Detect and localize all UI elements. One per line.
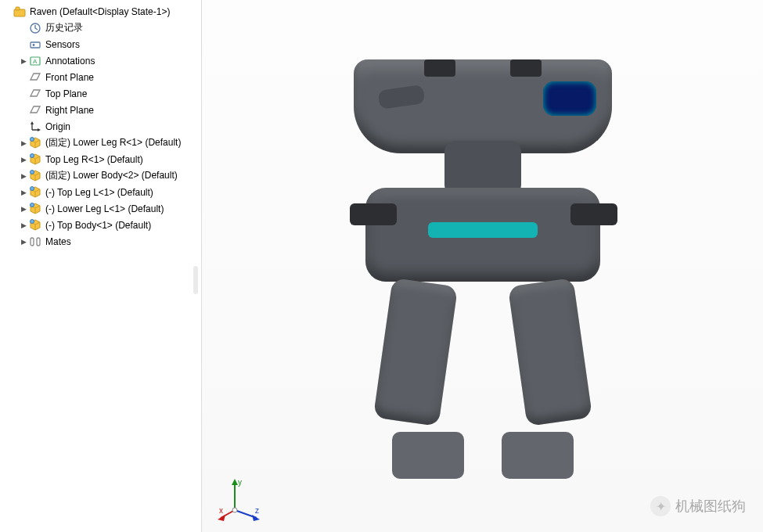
svg-point-23 bbox=[232, 508, 237, 512]
plane-icon bbox=[28, 103, 42, 117]
svg-point-10 bbox=[31, 153, 34, 157]
svg-point-14 bbox=[31, 219, 34, 223]
part-icon bbox=[28, 136, 42, 150]
watermark-text: 机械图纸狗 bbox=[675, 497, 746, 516]
tree-item-label: Mates bbox=[45, 236, 71, 247]
chevron-icon: ▶ bbox=[19, 156, 28, 164]
tree-item[interactable]: ▶Top Leg R<1> (Default) bbox=[0, 151, 201, 167]
svg-rect-1 bbox=[16, 7, 20, 10]
svg-text:A: A bbox=[33, 58, 38, 65]
tree-item-label: (-) Top Leg L<1> (Default) bbox=[45, 187, 153, 198]
axis-z-label: z bbox=[255, 506, 259, 515]
part-icon bbox=[28, 153, 42, 167]
viewport-3d[interactable]: y x z ✦ 机械图纸狗 bbox=[202, 0, 763, 532]
tree-root-label: Raven (Default<Display State-1>) bbox=[30, 6, 170, 17]
chevron-icon: ▶ bbox=[19, 205, 28, 213]
tree-item[interactable]: ▶(-) Top Leg L<1> (Default) bbox=[0, 184, 201, 200]
axis-triad[interactable]: y x z bbox=[218, 476, 265, 523]
svg-rect-15 bbox=[31, 238, 34, 246]
tree-item[interactable]: Sensors bbox=[0, 36, 201, 52]
tree-item[interactable]: ▶(固定) Lower Body<2> (Default) bbox=[0, 167, 201, 184]
tree-item-label: (固定) Lower Body<2> (Default) bbox=[45, 169, 178, 182]
chevron-icon: ▶ bbox=[19, 57, 28, 65]
plane-icon bbox=[28, 70, 42, 84]
watermark: ✦ 机械图纸狗 bbox=[650, 496, 746, 516]
chevron-icon: ▶ bbox=[19, 172, 28, 180]
svg-point-4 bbox=[33, 44, 35, 46]
tree-item-label: Right Plane bbox=[45, 105, 94, 116]
chevron-icon: ▶ bbox=[19, 189, 28, 196]
origin-icon bbox=[28, 120, 42, 134]
chevron-icon: ▶ bbox=[19, 238, 28, 246]
tree-item[interactable]: ▶(-) Lower Leg L<1> (Default) bbox=[0, 200, 201, 217]
chevron-icon: ▶ bbox=[19, 221, 28, 229]
svg-marker-7 bbox=[31, 121, 34, 124]
model-raven-robot bbox=[311, 47, 655, 485]
svg-rect-0 bbox=[14, 9, 25, 16]
svg-rect-16 bbox=[37, 238, 40, 246]
chevron-icon: ▶ bbox=[19, 139, 28, 147]
tree-item-label: Annotations bbox=[45, 56, 95, 66]
svg-point-12 bbox=[31, 186, 34, 190]
tree-item[interactable]: Front Plane bbox=[0, 69, 201, 85]
tree-item[interactable]: 历史记录 bbox=[0, 20, 201, 36]
tree-item-label: Front Plane bbox=[45, 72, 94, 83]
svg-point-13 bbox=[31, 203, 34, 207]
axis-y-label: y bbox=[238, 478, 242, 487]
sensor-icon bbox=[28, 38, 42, 52]
part-icon bbox=[28, 185, 42, 200]
tree-item[interactable]: ▶(-) Top Body<1> (Default) bbox=[0, 217, 201, 233]
part-icon bbox=[28, 169, 42, 183]
part-icon bbox=[28, 202, 42, 216]
feature-tree-panel[interactable]: Raven (Default<Display State-1>) 历史记录Sen… bbox=[0, 0, 202, 532]
assembly-icon bbox=[13, 5, 27, 19]
tree-item-label: (-) Top Body<1> (Default) bbox=[45, 220, 151, 231]
axis-x-label: x bbox=[219, 506, 223, 515]
tree-item-label: Sensors bbox=[45, 39, 80, 50]
tree-item[interactable]: Right Plane bbox=[0, 102, 201, 118]
svg-point-9 bbox=[31, 137, 34, 141]
tree-root[interactable]: Raven (Default<Display State-1>) bbox=[0, 3, 201, 20]
annotation-icon: A bbox=[28, 54, 42, 68]
tree-item-label: (固定) Lower Leg R<1> (Default) bbox=[45, 136, 181, 149]
app-root: Raven (Default<Display State-1>) 历史记录Sen… bbox=[0, 0, 763, 532]
tree-item[interactable]: ▶(固定) Lower Leg R<1> (Default) bbox=[0, 135, 201, 151]
tree-item-label: Top Plane bbox=[45, 88, 87, 99]
tree-item[interactable]: Origin bbox=[0, 118, 201, 135]
svg-rect-3 bbox=[31, 42, 40, 48]
mates-icon bbox=[28, 235, 42, 249]
wechat-icon: ✦ bbox=[650, 496, 671, 516]
svg-point-11 bbox=[31, 170, 34, 174]
tree-item[interactable]: Top Plane bbox=[0, 85, 201, 102]
tree-item[interactable]: ▶AAnnotations bbox=[0, 52, 201, 69]
plane-icon bbox=[28, 87, 42, 101]
svg-marker-20 bbox=[218, 515, 225, 521]
svg-marker-22 bbox=[252, 515, 260, 521]
tree-item-label: Top Leg R<1> (Default) bbox=[45, 154, 143, 165]
svg-marker-18 bbox=[232, 479, 238, 485]
tree-item-label: (-) Lower Leg L<1> (Default) bbox=[45, 203, 164, 214]
history-icon bbox=[28, 21, 42, 35]
part-icon bbox=[28, 218, 42, 232]
svg-marker-8 bbox=[38, 128, 41, 131]
tree-item-label: Origin bbox=[45, 121, 70, 132]
tree-item-label: 历史记录 bbox=[45, 21, 83, 34]
tree-item[interactable]: ▶Mates bbox=[0, 233, 201, 250]
